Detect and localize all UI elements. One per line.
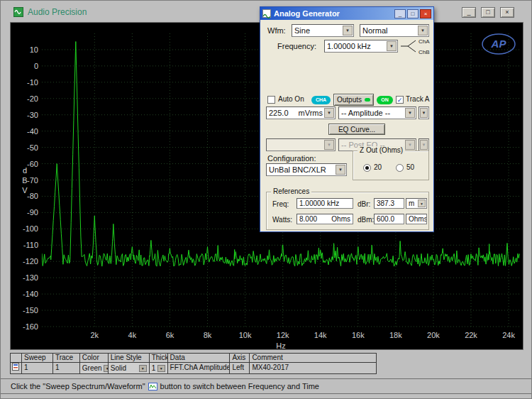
dialog-minimize-icon[interactable]: _ bbox=[394, 9, 406, 18]
wfm-label: Wfm: bbox=[267, 26, 286, 35]
dialog-titlebar[interactable]: Analog Generator _ □ × bbox=[260, 7, 433, 20]
cell-sweep[interactable]: 1 bbox=[22, 363, 53, 374]
x-axis-tick-label: 20k bbox=[427, 331, 440, 339]
dropdown-arrow-icon[interactable]: ▼ bbox=[336, 165, 345, 175]
dialog-close-icon[interactable]: × bbox=[420, 9, 431, 18]
ref-freq-label: Freq: bbox=[272, 200, 289, 208]
cell-comment[interactable]: MX40-2017 bbox=[250, 363, 377, 374]
channel-a-label: ChA bbox=[419, 38, 430, 45]
header-trace: Trace bbox=[53, 354, 80, 363]
dropdown-arrow-icon[interactable]: ▼ bbox=[418, 200, 426, 207]
cell-data[interactable]: FFT.ChA Amplitude bbox=[168, 363, 231, 374]
x-axis-tick-label: 16k bbox=[352, 331, 365, 339]
amplitude-b-selector[interactable]: ▼ bbox=[419, 106, 429, 119]
dialog-title: Analog Generator bbox=[274, 9, 393, 18]
zout-group: Z Out (Ohms) 20 50 bbox=[353, 151, 429, 180]
amplitude-selector[interactable]: -- Amplitude -- ▼ bbox=[338, 106, 416, 119]
dropdown-arrow-icon[interactable]: ▼ bbox=[324, 108, 334, 118]
close-icon[interactable]: × bbox=[500, 7, 514, 18]
channel-switch-graphic: ChA ChB bbox=[401, 35, 433, 58]
frequency-input[interactable]: 1.00000 kHz ▼ bbox=[324, 40, 398, 53]
trace-table: Sweep Trace Color Line Style Thick Data … bbox=[10, 353, 377, 374]
dialog-body: Wfm: Sine ▼ Normal ▼ Frequency: 1.00000 … bbox=[260, 20, 433, 231]
y-axis-tick-label: -10 bbox=[27, 78, 38, 87]
dropdown-arrow-icon[interactable]: ▼ bbox=[405, 108, 415, 118]
x-axis-title: Hz bbox=[276, 341, 285, 349]
y-axis-title: d bbox=[23, 166, 27, 175]
ref-dbm-input[interactable]: 600.0 bbox=[374, 214, 404, 224]
dropdown-arrow-icon[interactable]: ▼ bbox=[418, 26, 428, 35]
header-sweep: Sweep bbox=[22, 354, 53, 363]
y-axis-tick-label: -130 bbox=[23, 273, 38, 282]
cell-trace[interactable]: 1 bbox=[53, 363, 80, 374]
configuration-select[interactable]: UnBal BNC/XLR ▼ bbox=[266, 163, 347, 176]
track-a-label: Track A bbox=[406, 95, 430, 103]
ref-watts-label: Watts: bbox=[272, 216, 292, 224]
y-axis-title: B bbox=[22, 176, 27, 185]
sweep-spectrum-icon bbox=[148, 383, 157, 390]
waveform-select[interactable]: Sine ▼ bbox=[292, 24, 354, 37]
y-axis-tick-label: -80 bbox=[27, 192, 38, 200]
cell-color-select[interactable]: Green▼ bbox=[80, 363, 109, 374]
y-axis-title: V bbox=[22, 186, 28, 195]
cell-axis[interactable]: Left bbox=[230, 363, 250, 374]
eq-curve-button[interactable]: EQ Curve... bbox=[328, 124, 385, 135]
ref-freq-input[interactable]: 1.00000 kHz bbox=[297, 198, 353, 209]
y-axis-tick-label: -150 bbox=[23, 306, 38, 315]
dropdown-arrow-icon[interactable]: ▼ bbox=[387, 41, 397, 51]
outputs-on-indicator-icon bbox=[365, 98, 370, 102]
analog-generator-dialog: Analog Generator _ □ × Wfm: Sine ▼ Norma… bbox=[260, 6, 434, 232]
x-axis-tick-label: 22k bbox=[465, 331, 477, 339]
audio-precision-window: Audio Precision _ □ × 100-10-20-30-40-50… bbox=[0, 0, 532, 399]
app-icon bbox=[13, 7, 23, 17]
dropdown-arrow-icon: ▼ bbox=[324, 140, 334, 150]
minimize-icon[interactable]: _ bbox=[462, 7, 476, 18]
zout-50-radio[interactable] bbox=[396, 164, 404, 172]
y-axis-tick-label: -140 bbox=[23, 290, 38, 298]
svg-text:AP: AP bbox=[491, 38, 507, 50]
dropdown-arrow-icon[interactable]: ▼ bbox=[343, 26, 353, 35]
post-eq-value: ▼ bbox=[266, 138, 336, 151]
maximize-icon[interactable]: □ bbox=[481, 7, 495, 18]
trace-table-header: Sweep Trace Color Line Style Thick Data … bbox=[11, 354, 377, 363]
dropdown-arrow-icon: ▼ bbox=[420, 140, 428, 150]
ref-dbm-unit: Ohms bbox=[406, 214, 427, 224]
amplitude-input[interactable]: 225.0mVrms ▼ bbox=[266, 106, 336, 119]
dropdown-arrow-icon[interactable]: ▼ bbox=[420, 108, 428, 118]
dialog-maximize-icon[interactable]: □ bbox=[407, 9, 419, 18]
auto-on-checkbox[interactable] bbox=[267, 96, 275, 104]
cell-line-style-select[interactable]: Solid▼ bbox=[109, 363, 150, 374]
x-axis-tick-label: 14k bbox=[314, 331, 327, 339]
ref-dbr-unit-select[interactable]: mV ▼ bbox=[406, 198, 427, 209]
x-axis-tick-label: 12k bbox=[277, 331, 289, 339]
zout-20-radio[interactable] bbox=[363, 164, 371, 172]
main-window-controls: _ □ × bbox=[462, 7, 514, 18]
y-axis-tick-label: -120 bbox=[23, 257, 38, 266]
divider bbox=[1, 393, 532, 394]
row-selector-icon[interactable] bbox=[11, 363, 22, 374]
x-axis-tick-label: 10k bbox=[239, 331, 252, 339]
cell-thick-select[interactable]: 1▼ bbox=[150, 363, 168, 374]
configuration-label: Configuration: bbox=[267, 154, 316, 163]
ref-watts-input[interactable]: 8.000Ohms bbox=[297, 214, 353, 224]
y-axis-tick-label: 10 bbox=[30, 45, 38, 54]
track-a-checkbox[interactable]: ✓ bbox=[396, 96, 404, 104]
header-line-style: Line Style bbox=[109, 354, 150, 363]
dropdown-arrow-icon[interactable]: ▼ bbox=[157, 365, 165, 372]
app-title: Audio Precision bbox=[28, 7, 87, 17]
ref-dbm-label: dBm: bbox=[358, 216, 374, 224]
dropdown-arrow-icon[interactable]: ▼ bbox=[139, 365, 147, 372]
y-axis-tick-label: -90 bbox=[27, 208, 38, 217]
x-axis-tick-label: 8k bbox=[204, 331, 212, 339]
ref-dbr-input[interactable]: 387.3 bbox=[374, 198, 404, 209]
check-icon: ✓ bbox=[397, 97, 403, 104]
header-color: Color bbox=[80, 354, 109, 363]
y-axis-tick-label: -100 bbox=[23, 224, 38, 233]
x-axis-tick-label: 2k bbox=[90, 331, 99, 339]
status-text-prefix: Click the "Sweep Spectrum/Waveform" bbox=[11, 382, 145, 390]
y-axis-tick-label: -30 bbox=[27, 111, 38, 119]
dropdown-arrow-icon[interactable]: ▼ bbox=[104, 365, 109, 372]
references-group: References Freq: 1.00000 kHz dBr: 387.3 … bbox=[266, 192, 429, 230]
outputs-button[interactable]: Outputs bbox=[333, 94, 374, 106]
header-axis: Axis bbox=[230, 354, 250, 363]
